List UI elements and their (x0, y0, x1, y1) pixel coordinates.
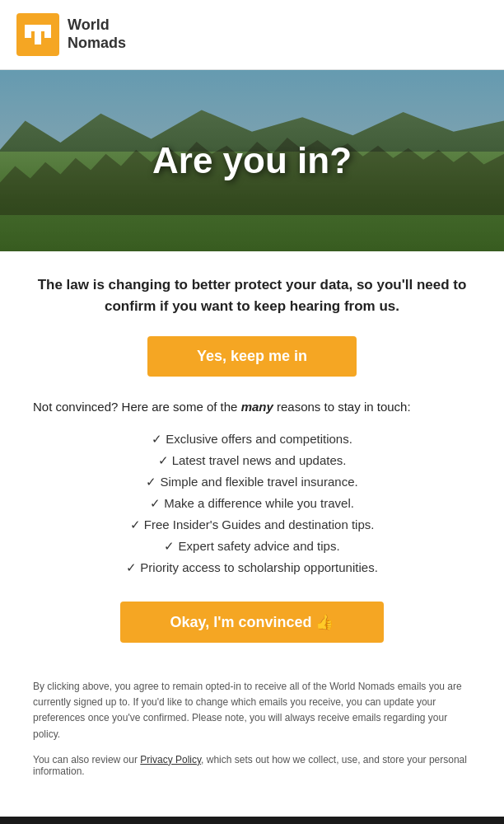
benefit-item: ✓ Latest travel news and updates. (33, 450, 471, 471)
benefit-item: ✓ Make a difference while you travel. (33, 493, 471, 514)
footer-dark (0, 817, 504, 824)
benefits-list: ✓ Exclusive offers and competitions.✓ La… (33, 428, 471, 578)
disclaimer-text: By clicking above, you agree to remain o… (33, 679, 471, 742)
svg-rect-3 (35, 25, 41, 44)
world-nomads-logo-icon (16, 13, 59, 56)
benefit-item: ✓ Free Insider's Guides and destination … (33, 514, 471, 536)
subheading-suffix: reasons to stay in touch: (273, 400, 411, 414)
subheading-emphasis: many (241, 400, 273, 414)
subheading-prefix: Not convinced? Here are some of the (33, 400, 241, 414)
hero-section: Are you in? (0, 70, 504, 251)
cta-secondary-button[interactable]: Okay, I'm convinced 👍 (120, 602, 383, 643)
svg-rect-5 (25, 38, 31, 44)
privacy-prefix: You can also review our (33, 754, 140, 765)
main-headline: The law is changing to better protect yo… (33, 274, 471, 316)
brand-name: World Nomads (68, 16, 126, 52)
hero-title: Are you in? (152, 140, 352, 181)
benefit-item: ✓ Priority access to scholarship opportu… (33, 557, 471, 578)
privacy-policy-link[interactable]: Privacy Policy (140, 754, 201, 765)
header: World Nomads (0, 0, 504, 70)
svg-rect-6 (44, 38, 51, 44)
benefit-item: ✓ Simple and flexible travel insurance. (33, 471, 471, 493)
benefit-item: ✓ Expert safety advice and tips. (33, 536, 471, 557)
main-content: The law is changing to better protect yo… (0, 251, 504, 817)
cta-primary-button[interactable]: Yes, keep me in (147, 336, 357, 377)
brand-name-line1: World (68, 16, 126, 35)
privacy-line: You can also review our Privacy Policy, … (33, 754, 471, 777)
brand-name-line2: Nomads (68, 35, 126, 53)
subheading: Not convinced? Here are some of the many… (33, 400, 471, 414)
benefit-item: ✓ Exclusive offers and competitions. (33, 428, 471, 450)
